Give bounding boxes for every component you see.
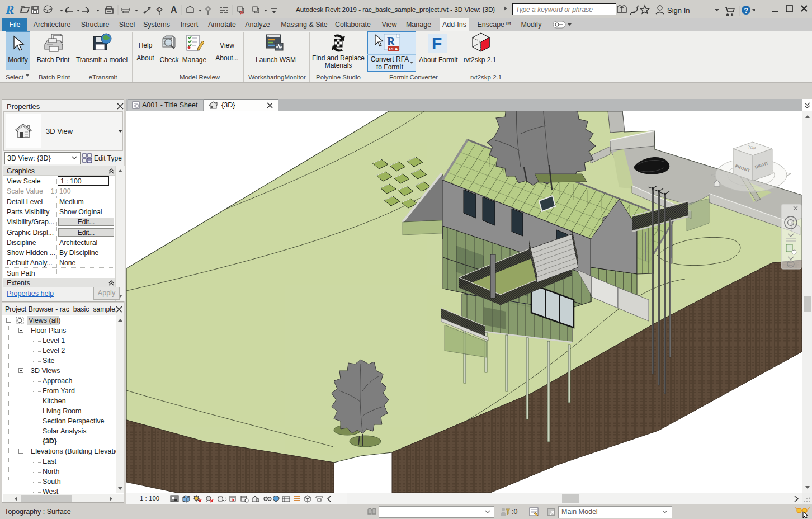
svg-text:1: 1	[158, 8, 160, 11]
svg-text:A: A	[171, 5, 177, 15]
svg-text:?: ?	[744, 7, 748, 15]
svg-text:R: R	[5, 3, 14, 17]
svg-text:Sign In: Sign In	[667, 6, 690, 15]
svg-text:RFA: RFA	[389, 46, 398, 51]
svg-text:F: F	[432, 34, 442, 53]
